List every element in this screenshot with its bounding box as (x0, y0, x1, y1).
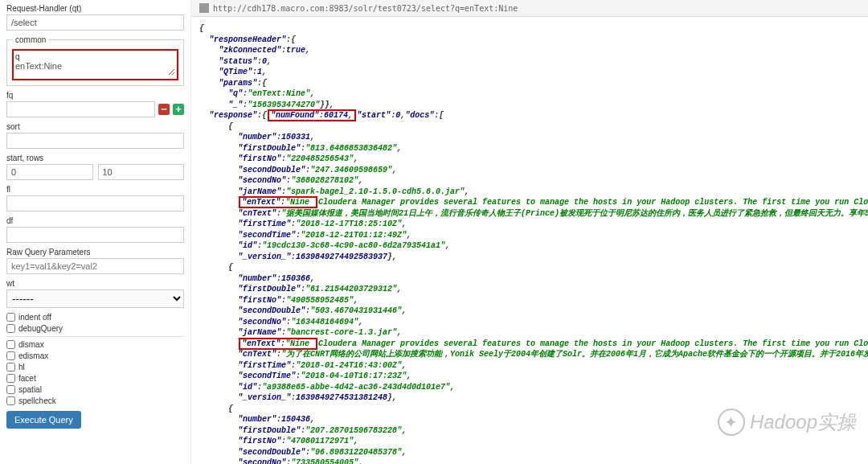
debug-label: debugQuery (18, 324, 63, 333)
link-icon (199, 3, 209, 13)
df-input[interactable] (6, 227, 184, 243)
spatial-checkbox[interactable] (6, 385, 15, 394)
json-response: { "responseHeader":{ "zkConnected":true,… (191, 17, 868, 464)
minus-icon[interactable]: − (158, 104, 170, 115)
sort-label: sort (6, 122, 184, 131)
hl-label: hl (18, 363, 25, 372)
wt-label: wt (6, 279, 184, 288)
edismax-label: edismax (18, 351, 48, 360)
dismax-label: dismax (18, 340, 44, 349)
edismax-checkbox[interactable] (6, 351, 15, 360)
execute-query-button[interactable]: Execute Query (6, 411, 81, 429)
facet-label: facet (18, 374, 36, 383)
indent-checkbox[interactable] (6, 313, 15, 322)
fl-input[interactable] (6, 195, 184, 211)
df-label: df (6, 216, 184, 225)
spatial-label: spatial (18, 385, 42, 394)
debug-checkbox[interactable] (6, 324, 15, 333)
dismax-checkbox[interactable] (6, 340, 15, 349)
wt-select[interactable]: ------ (6, 289, 184, 308)
start-input[interactable] (6, 164, 93, 180)
facet-checkbox[interactable] (6, 374, 15, 383)
request-handler-input[interactable] (6, 14, 184, 31)
start-rows-label: start, rows (6, 154, 184, 162)
fq-input[interactable] (6, 101, 155, 117)
indent-label: indent off (18, 313, 51, 322)
fl-label: fl (6, 185, 184, 194)
hl-checkbox[interactable] (6, 363, 15, 372)
raw-params-input[interactable] (6, 258, 184, 274)
plus-icon[interactable]: + (173, 104, 184, 115)
q-input[interactable]: enText:Nine (15, 61, 175, 76)
wechat-icon: ✦ (718, 409, 745, 436)
spellcheck-label: spellcheck (18, 396, 56, 405)
fq-label: fq (6, 91, 184, 100)
sort-input[interactable] (6, 133, 184, 149)
q-label: q (15, 52, 175, 61)
rows-input[interactable] (98, 164, 185, 180)
request-url[interactable]: http://cdh178.macro.com:8983/solr/test07… (213, 4, 518, 13)
common-legend: common (12, 35, 49, 44)
request-handler-label: Request-Handler (qt) (6, 4, 184, 13)
watermark: ✦ Hadoop实操 (718, 409, 856, 436)
spellcheck-checkbox[interactable] (6, 396, 15, 405)
raw-params-label: Raw Query Parameters (6, 248, 184, 257)
